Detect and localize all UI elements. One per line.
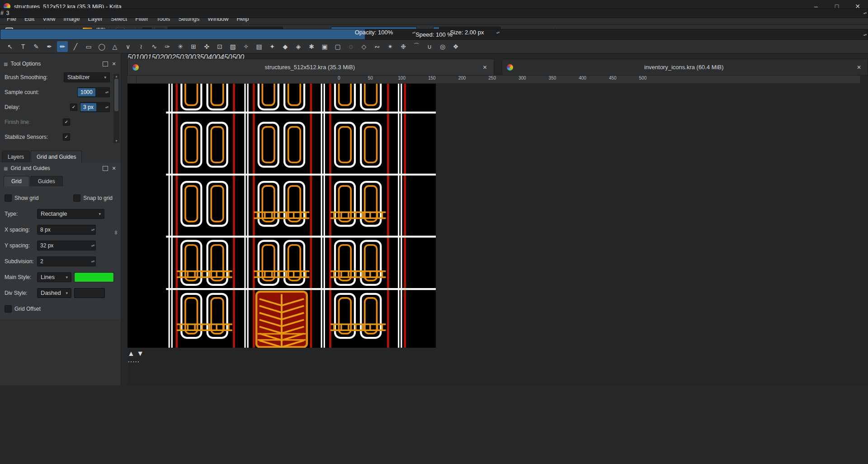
stabilize-sensors-checkbox[interactable]: ✓ <box>63 133 70 141</box>
spin-arrows[interactable]: ▴▾ <box>91 225 94 234</box>
current-frame-spinbox[interactable]: # 3 ▴▾ <box>0 8 868 18</box>
tool-polyline[interactable]: ∨ <box>123 41 133 52</box>
tool-zoom[interactable]: ◎ <box>437 41 448 52</box>
docker-tab-grid-and-guides[interactable]: Grid and Guides <box>31 151 82 162</box>
main-style-color-button[interactable] <box>74 272 114 282</box>
speed-slider-fill <box>0 29 365 39</box>
krita-window: structures_512x512.kra (35.3 MiB) - Krit… <box>0 0 868 464</box>
float-docker-icon[interactable] <box>103 62 108 66</box>
show-grid-checkbox[interactable] <box>5 194 12 202</box>
ruler-mark: 500 <box>639 76 670 83</box>
tool-ellipse-select[interactable]: ◌ <box>345 41 356 52</box>
tool-gradient[interactable]: ▧ <box>227 41 238 52</box>
main-style-combo[interactable]: Lines ▾ <box>37 272 71 282</box>
tool-text[interactable]: T <box>18 41 28 52</box>
link-spacing-icon[interactable]: ∞ <box>113 231 120 235</box>
tool-polygon-select[interactable]: ◇ <box>359 41 369 52</box>
tool-pattern-edit[interactable]: ▤ <box>254 41 264 52</box>
y-spacing-spinbox[interactable]: 32 px ▴▾ <box>37 241 96 251</box>
scroll-down-icon[interactable]: ▼ <box>115 139 118 142</box>
current-frame-value: 3 <box>4 9 12 17</box>
tool-color-sampler[interactable]: ✧ <box>241 41 251 52</box>
brush-smoothing-combo[interactable]: Stabilizer ▾ <box>64 72 110 82</box>
tool-similar-select[interactable]: ❉ <box>398 41 409 52</box>
canvas-viewport[interactable] <box>127 62 868 350</box>
scroll-up-icon[interactable]: ▲ <box>127 350 135 357</box>
delay-checkbox[interactable]: ✓ <box>70 104 77 111</box>
tool-multibrush[interactable]: ✳ <box>175 41 186 52</box>
canvas-artwork[interactable] <box>127 62 868 350</box>
tool-smart-patch[interactable]: ✦ <box>267 41 278 52</box>
tool-rect-select[interactable]: ▢ <box>332 41 343 52</box>
subdivision-spinbox[interactable]: 2 ▴▾ <box>37 256 96 266</box>
document-tab[interactable]: structures_512x512.kra (35.3 MiB) ✕ <box>127 59 494 76</box>
spin-arrows[interactable]: ▴▾ <box>105 88 108 97</box>
tool-dynamic-brush[interactable]: ✑ <box>162 41 173 52</box>
tab-close-icon[interactable]: ✕ <box>481 64 489 71</box>
tool-bezier-select[interactable]: ⌒ <box>411 41 422 52</box>
tab-close-icon[interactable]: ✕ <box>855 64 863 71</box>
tool-line[interactable]: ╱ <box>70 41 81 52</box>
tool-freehand-brush[interactable]: ✏ <box>57 41 68 52</box>
tool-calligraphy[interactable]: ✒ <box>44 41 55 52</box>
splitter-handle[interactable]: ····· <box>127 358 868 366</box>
document-tab-bar: structures_512x512.kra (35.3 MiB) ✕ inve… <box>127 59 868 76</box>
x-spacing-spinbox[interactable]: 8 px ▴▾ <box>37 225 96 235</box>
finish-line-checkbox[interactable]: ✓ <box>63 118 70 126</box>
document-tab-label: inventory_icons.kra (60.4 MiB) <box>517 64 852 71</box>
delay-value: 3 px <box>80 103 96 111</box>
spin-arrows[interactable]: ▴▾ <box>91 241 94 250</box>
tool-transform[interactable]: ⊞ <box>188 41 199 52</box>
tool-options-docker: ▦ Tool Options ✕ Brush Smoothing: Stabil… <box>0 53 121 144</box>
size-spin-arrows[interactable]: ▴▾ <box>496 27 500 37</box>
tool-ellipse[interactable]: ◯ <box>96 41 107 52</box>
tool-polygon[interactable]: △ <box>109 41 120 52</box>
close-docker-icon[interactable]: ✕ <box>111 61 117 67</box>
document-tab[interactable]: inventory_icons.kra (60.4 MiB) ✕ <box>502 59 868 76</box>
tool-pan[interactable]: ❖ <box>450 41 461 52</box>
snap-to-grid-checkbox[interactable] <box>73 194 80 202</box>
chevron-down-icon: ▾ <box>99 212 101 216</box>
grid-offset-checkbox[interactable] <box>5 305 12 312</box>
pixel-art-building <box>127 62 436 348</box>
scroll-up-icon[interactable]: ▲ <box>115 75 118 78</box>
sample-count-label: Sample count: <box>5 89 39 95</box>
tool-options-scrollbar[interactable]: ▲ ▼ <box>113 74 119 143</box>
close-docker-icon[interactable]: ✕ <box>111 166 117 171</box>
tool-select-shapes[interactable]: ↖ <box>5 41 15 52</box>
delay-spinbox[interactable]: 3 px ▴▾ <box>80 102 110 112</box>
main-area: ▦ Tool Options ✕ Brush Smoothing: Stabil… <box>0 53 868 385</box>
tool-contiguous-select[interactable]: ✴ <box>385 41 396 52</box>
tool-fill[interactable]: ◆ <box>280 41 291 52</box>
tab-guides[interactable]: Guides <box>30 176 63 186</box>
tool-edit-shapes[interactable]: ✎ <box>31 41 42 52</box>
tool-move[interactable]: ✜ <box>201 41 212 52</box>
spin-arrows[interactable]: ▴▾ <box>105 103 108 112</box>
tool-bezier-curve[interactable]: ≀ <box>136 41 146 52</box>
vertical-scrollbar[interactable]: ▲ ▼ <box>127 350 868 358</box>
tab-grid[interactable]: Grid <box>4 176 29 186</box>
scroll-down-icon[interactable]: ▼ <box>137 350 144 357</box>
tool-magnetic-select[interactable]: ∪ <box>424 41 435 52</box>
sample-count-spinbox[interactable]: 1000 ▴▾ <box>77 87 110 97</box>
div-style-color-button[interactable] <box>74 288 105 298</box>
y-spacing-label: Y spacing: <box>5 242 34 249</box>
tool-assistants[interactable]: ✱ <box>306 41 317 52</box>
tool-enclose-fill[interactable]: ◈ <box>293 41 304 52</box>
float-docker-icon[interactable] <box>103 166 108 171</box>
tool-freehand-path[interactable]: ∿ <box>149 41 160 52</box>
spin-arrows[interactable]: ▴▾ <box>863 9 867 18</box>
docker-tab-layers[interactable]: Layers <box>2 151 30 162</box>
div-style-combo[interactable]: Dashed ▾ <box>37 288 71 298</box>
scrollbar-handle[interactable] <box>114 79 118 111</box>
playback-speed-slider[interactable]: Speed: 100 % ▴▾ <box>0 29 868 40</box>
spin-arrows[interactable]: ▴▾ <box>91 257 94 266</box>
tool-freehand-select[interactable]: ∾ <box>372 41 382 52</box>
subdivision-label: Subdivision: <box>5 258 34 265</box>
tool-rectangle[interactable]: ▭ <box>83 41 94 52</box>
tool-reference-images[interactable]: ▣ <box>319 41 330 52</box>
tool-crop[interactable]: ⊡ <box>214 41 225 52</box>
spin-arrows[interactable]: ▴▾ <box>863 29 867 39</box>
opacity-spin-arrows[interactable]: ▴▾ <box>412 27 415 37</box>
grid-type-combo[interactable]: Rectangle ▾ <box>37 209 104 219</box>
